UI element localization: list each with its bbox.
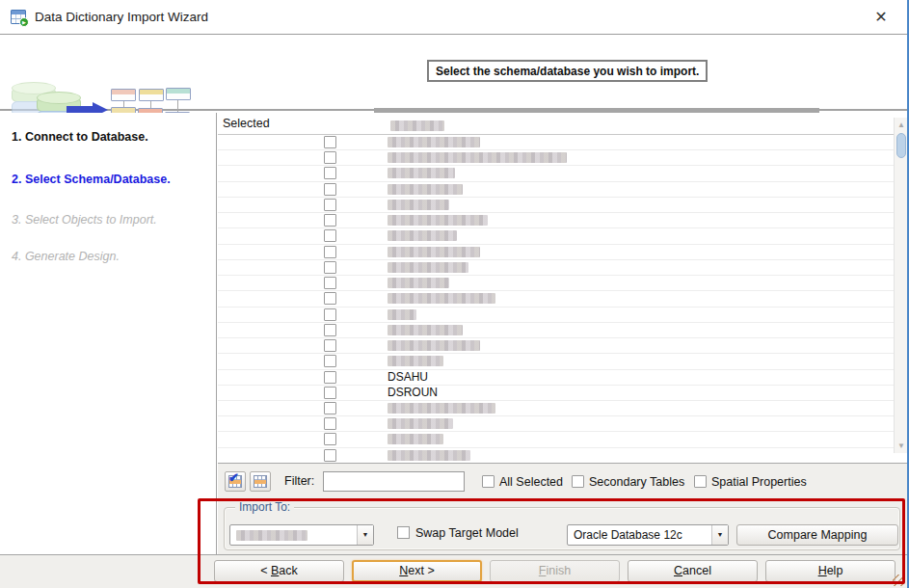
schema-name-cell — [388, 260, 888, 276]
table-row[interactable] — [218, 245, 909, 260]
filter-label: Filter: — [284, 464, 314, 499]
table-row[interactable] — [218, 135, 909, 150]
row-checkbox[interactable] — [324, 308, 336, 321]
table-row[interactable] — [218, 448, 909, 463]
table-row[interactable] — [218, 276, 909, 291]
cancel-button[interactable]: Cancel — [628, 560, 758, 582]
selected-column-header[interactable]: Selected — [223, 113, 270, 134]
redacted-schema-name — [388, 418, 453, 429]
database-version-dropdown[interactable]: Oracle Database 12c ▼ — [567, 524, 729, 546]
table-row[interactable] — [218, 307, 909, 323]
database-version-value: Oracle Database 12c — [574, 528, 708, 543]
table-row[interactable] — [218, 323, 909, 338]
row-checkbox[interactable] — [324, 183, 336, 196]
finish-button: Finish — [490, 560, 620, 582]
close-icon[interactable]: ✕ — [867, 0, 896, 34]
row-checkbox[interactable] — [324, 277, 336, 289]
vertical-scrollbar[interactable]: ▲ ▼ — [894, 118, 908, 453]
spatial-properties-checkbox[interactable]: Spatial Properties — [694, 475, 807, 489]
row-checkbox[interactable] — [324, 433, 336, 445]
scrollbar-thumb[interactable] — [896, 133, 906, 158]
schema-name-cell — [388, 166, 888, 181]
schema-name-cell — [388, 276, 888, 291]
table-row[interactable] — [218, 416, 909, 432]
next-button[interactable]: Next > — [352, 560, 482, 582]
table-row[interactable] — [218, 260, 909, 276]
row-checkbox[interactable] — [324, 229, 336, 242]
redacted-schema-name — [388, 168, 455, 178]
step-generate-design: 4. Generate Design. — [12, 250, 120, 263]
redacted-target-model-value — [236, 530, 307, 541]
row-checkbox[interactable] — [324, 417, 336, 430]
row-checkbox[interactable] — [324, 402, 336, 414]
table-row[interactable] — [218, 354, 909, 369]
row-checkbox[interactable] — [324, 387, 336, 399]
redacted-schema-name — [388, 184, 463, 195]
table-row[interactable] — [218, 150, 909, 166]
redacted-schema-name — [388, 450, 470, 461]
resize-grip[interactable] — [893, 575, 904, 586]
row-checkbox[interactable] — [324, 371, 336, 384]
redacted-schema-name — [388, 230, 457, 241]
row-checkbox[interactable] — [324, 292, 336, 305]
checkbox-box[interactable] — [397, 526, 410, 539]
redacted-schema-name — [388, 356, 443, 366]
scroll-down-icon[interactable]: ▼ — [895, 441, 908, 450]
redacted-column-header — [390, 120, 444, 131]
table-row[interactable]: DSAHU — [218, 370, 909, 386]
compare-mapping-button[interactable]: Compare Mapping — [736, 524, 898, 546]
chevron-down-icon[interactable]: ▼ — [357, 525, 373, 545]
table-row[interactable] — [218, 432, 909, 447]
redacted-schema-name — [388, 340, 480, 351]
row-checkbox[interactable] — [324, 246, 336, 258]
checkbox-box[interactable] — [482, 475, 495, 488]
table-row[interactable] — [218, 166, 909, 181]
secondary-tables-checkbox[interactable]: Secondary Tables — [572, 475, 684, 489]
table-row[interactable] — [218, 213, 909, 228]
table-row[interactable] — [218, 198, 909, 213]
schema-name-cell — [388, 245, 888, 260]
row-checkbox[interactable] — [324, 214, 336, 227]
all-selected-checkbox[interactable]: All Selected — [482, 475, 563, 489]
select-all-button[interactable]: ✔ — [225, 471, 246, 492]
row-checkbox[interactable] — [324, 151, 336, 164]
redacted-schema-name — [388, 309, 416, 320]
table-row[interactable] — [218, 291, 909, 307]
checkbox-box[interactable] — [694, 475, 707, 488]
row-checkbox[interactable] — [324, 199, 336, 211]
table-row[interactable]: DSROUN — [218, 386, 909, 401]
schema-name-cell — [388, 213, 888, 228]
window-title: Data Dictionary Import Wizard — [35, 0, 208, 34]
target-model-dropdown[interactable]: ▼ — [229, 524, 374, 546]
schema-name-cell — [388, 401, 888, 416]
bottom-button-bar: < Back Next > Finish Cancel Help — [0, 554, 907, 588]
schema-name-cell — [388, 323, 888, 338]
table-row[interactable] — [218, 182, 909, 198]
title-bar: ▶ Data Dictionary Import Wizard ✕ — [0, 0, 907, 35]
schema-name-cell — [388, 228, 888, 244]
deselect-all-button[interactable] — [250, 471, 271, 492]
help-button[interactable]: Help — [765, 560, 896, 582]
schema-table: Selected DSAHUDSROUN ▲ ▼ — [218, 113, 909, 464]
schema-name-cell — [388, 354, 888, 369]
table-row[interactable] — [218, 338, 909, 354]
table-row[interactable] — [218, 401, 909, 416]
swap-target-model-checkbox[interactable]: Swap Target Model — [397, 526, 519, 540]
er-diagram-icon — [166, 88, 191, 100]
row-checkbox[interactable] — [324, 167, 336, 179]
scroll-up-icon[interactable]: ▲ — [895, 120, 908, 129]
checkbox-box[interactable] — [572, 475, 584, 488]
table-row[interactable] — [218, 228, 909, 244]
row-checkbox[interactable] — [324, 339, 336, 352]
back-button[interactable]: < Back — [214, 560, 344, 582]
row-checkbox[interactable] — [324, 136, 336, 148]
row-checkbox[interactable] — [324, 261, 336, 274]
row-checkbox[interactable] — [324, 324, 336, 336]
row-checkbox[interactable] — [324, 355, 336, 367]
row-checkbox[interactable] — [324, 449, 336, 462]
filter-input[interactable] — [323, 471, 465, 492]
chevron-down-icon[interactable]: ▼ — [711, 525, 728, 545]
redacted-schema-name — [388, 278, 449, 288]
play-badge-icon: ▶ — [19, 17, 29, 27]
wizard-steps-sidebar: 1. Connect to Database. 2. Select Schema… — [0, 113, 217, 554]
